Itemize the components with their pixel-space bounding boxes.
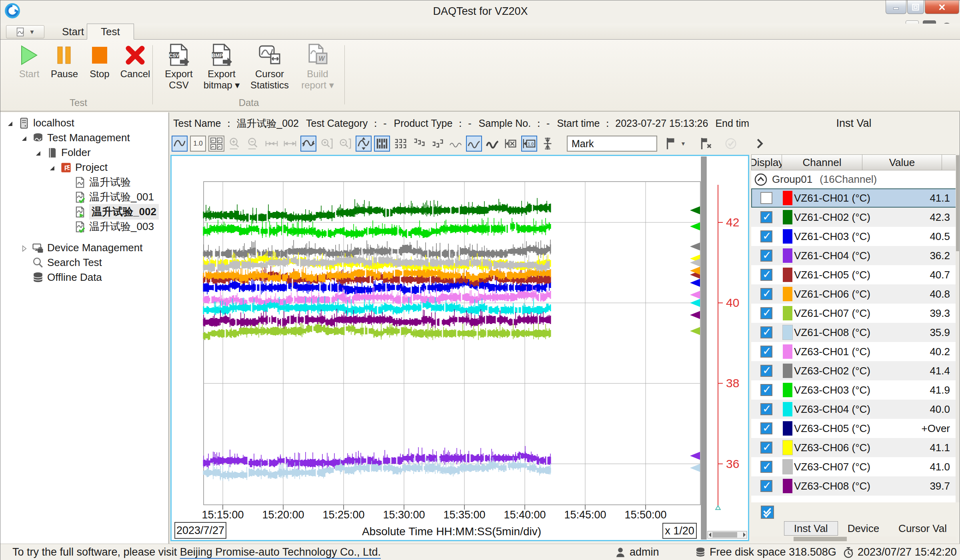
panel-tab-device[interactable]: Device bbox=[838, 521, 889, 536]
cancel-button[interactable]: Cancel bbox=[113, 43, 157, 80]
navigation-tree: localhostTest ManagementFolderPProject温升… bbox=[0, 112, 169, 544]
display-checkbox[interactable] bbox=[760, 384, 772, 396]
wavesm-icon[interactable] bbox=[466, 136, 482, 152]
flagx-icon[interactable] bbox=[697, 136, 713, 152]
tree-item-offline-data[interactable]: Offline Data bbox=[0, 270, 168, 285]
wavethin-icon[interactable] bbox=[448, 136, 464, 152]
check-all-checkbox[interactable] bbox=[761, 506, 774, 519]
bars1-icon[interactable] bbox=[374, 136, 390, 152]
column-header-extra[interactable] bbox=[942, 154, 956, 170]
column-header-display[interactable]: Display bbox=[751, 154, 782, 170]
display-checkbox[interactable] bbox=[760, 403, 772, 415]
channel-row-vz61-ch03[interactable]: VZ61-CH03 (°C)40.5 bbox=[751, 227, 956, 246]
tree-item-folder[interactable]: Folder bbox=[0, 145, 168, 160]
display-checkbox[interactable] bbox=[760, 461, 772, 473]
expander-icon[interactable] bbox=[34, 148, 43, 157]
tree-item-search-test[interactable]: Search Test bbox=[0, 255, 168, 270]
column-header-value[interactable]: Value bbox=[862, 154, 942, 170]
column-header-channel[interactable]: Channel bbox=[782, 154, 862, 170]
wavein-icon[interactable] bbox=[300, 136, 316, 152]
channel-row-vz63-ch01[interactable]: VZ63-CH01 (°C)40.2 bbox=[751, 342, 956, 361]
mark-input[interactable] bbox=[567, 136, 657, 152]
panes-icon[interactable] bbox=[208, 136, 224, 152]
channel-row-vz63-ch04[interactable]: VZ63-CH04 (°C)40.0 bbox=[751, 400, 956, 419]
display-checkbox[interactable] bbox=[760, 211, 772, 223]
display-checkbox[interactable] bbox=[760, 288, 772, 300]
expander-icon[interactable] bbox=[6, 119, 15, 128]
quick-access-button[interactable]: ▼ bbox=[6, 25, 44, 38]
tree-item-温升试验_001[interactable]: 温升试验_001 bbox=[0, 190, 168, 204]
display-checkbox[interactable] bbox=[760, 442, 772, 454]
minimize-button[interactable] bbox=[886, 0, 906, 14]
vcenter-icon[interactable] bbox=[540, 136, 556, 152]
display-checkbox[interactable] bbox=[760, 346, 772, 358]
one0-icon[interactable]: 1.0 bbox=[190, 136, 206, 152]
display-checkbox[interactable] bbox=[760, 192, 772, 204]
chevron-icon[interactable] bbox=[752, 136, 768, 152]
channel-row-vz63-ch03[interactable]: VZ63-CH03 (°C)41.9 bbox=[751, 380, 956, 400]
group-header-row[interactable]: Group01 (16Channel) bbox=[751, 170, 956, 188]
channel-value: +Over bbox=[880, 422, 956, 435]
channel-row-vz61-ch08[interactable]: VZ61-CH08 (°C)35.9 bbox=[751, 323, 956, 342]
display-checkbox[interactable] bbox=[760, 269, 772, 281]
channel-row-vz61-ch01[interactable]: VZ61-CH01 (°C)41.1 bbox=[751, 188, 956, 208]
zoomout-icon bbox=[245, 136, 261, 152]
caret-down-icon[interactable]: ▼ bbox=[680, 140, 686, 147]
channel-row-vz63-ch08[interactable]: VZ63-CH08 (°C)39.7 bbox=[751, 476, 956, 496]
svg-text:x 1/20: x 1/20 bbox=[665, 525, 694, 537]
channel-row-vz63-ch06[interactable]: VZ63-CH06 (°C)41.1 bbox=[751, 438, 956, 457]
wave-icon[interactable] bbox=[172, 136, 188, 152]
table-horizontal-scrollbar[interactable] bbox=[751, 536, 956, 542]
onebox-icon[interactable]: 1.0 bbox=[521, 136, 537, 152]
tree-item-device-management[interactable]: Device Management bbox=[0, 240, 168, 255]
display-checkbox[interactable] bbox=[760, 365, 772, 377]
channel-color-swatch bbox=[783, 440, 792, 455]
channel-row-vz63-ch05[interactable]: VZ63-CH05 (°C)+Over bbox=[751, 419, 956, 438]
display-checkbox[interactable] bbox=[760, 326, 772, 338]
display-checkbox[interactable] bbox=[760, 307, 772, 319]
panel-tab-inst-val[interactable]: Inst Val bbox=[784, 521, 838, 536]
flag-icon[interactable] bbox=[663, 136, 679, 152]
tree-item-project[interactable]: PProject bbox=[0, 160, 168, 175]
export-button[interactable]: BMPExport bitmap ▾ bbox=[200, 43, 244, 91]
channel-row-vz63-ch02[interactable]: VZ63-CH02 (°C)41.4 bbox=[751, 361, 956, 380]
panel-tab-cursor-val[interactable]: Cursor Val bbox=[889, 521, 956, 536]
display-checkbox[interactable] bbox=[760, 230, 772, 242]
tab-test[interactable]: Test bbox=[87, 24, 134, 40]
channel-name: VZ61-CH03 (°C) bbox=[794, 230, 880, 243]
display-checkbox[interactable] bbox=[760, 422, 772, 434]
tree-item-localhost[interactable]: localhost bbox=[0, 116, 168, 130]
xbox-icon[interactable] bbox=[503, 136, 519, 152]
wavev-icon[interactable] bbox=[356, 136, 372, 152]
wavebold-icon[interactable] bbox=[484, 136, 500, 152]
tree-item-test-management[interactable]: Test Management bbox=[0, 130, 168, 145]
expander-icon[interactable] bbox=[20, 244, 29, 252]
tree-item-温升试验_003[interactable]: 温升试验_003 bbox=[0, 219, 168, 234]
cursor-button[interactable]: Cursor Statistics bbox=[248, 43, 292, 91]
vendor-link[interactable]: Beijing Promise-auto Technology Co., Ltd… bbox=[180, 546, 381, 558]
channel-row-vz61-ch04[interactable]: VZ61-CH04 (°C)36.2 bbox=[751, 246, 956, 265]
channel-row-vz61-ch07[interactable]: VZ61-CH07 (°C)39.3 bbox=[751, 304, 956, 323]
tree-item-温升试验[interactable]: 温升试验 bbox=[0, 175, 168, 190]
table-vertical-scrollbar[interactable] bbox=[956, 154, 960, 502]
channel-row-vz61-ch05[interactable]: VZ61-CH05 (°C)40.7 bbox=[751, 265, 956, 284]
expander-icon[interactable] bbox=[20, 134, 29, 142]
collapse-icon[interactable] bbox=[754, 172, 768, 187]
export-button[interactable]: CSVExport CSV bbox=[157, 43, 201, 91]
bars4-icon[interactable] bbox=[429, 136, 445, 152]
chart-canvas[interactable]: 4240383615:15:0015:20:0015:25:0015:30:00… bbox=[172, 156, 748, 540]
channel-row-vz61-ch06[interactable]: VZ61-CH06 (°C)40.8 bbox=[751, 284, 956, 304]
bars3-icon[interactable] bbox=[411, 136, 427, 152]
close-button[interactable] bbox=[925, 0, 959, 14]
tree-item-温升试验_002[interactable]: 温升试验_002 bbox=[0, 204, 168, 219]
display-checkbox[interactable] bbox=[760, 480, 772, 492]
bars2-icon[interactable] bbox=[392, 136, 408, 152]
display-checkbox[interactable] bbox=[760, 250, 772, 262]
channel-row-vz61-ch02[interactable]: VZ61-CH02 (°C)42.3 bbox=[751, 208, 956, 227]
maximize-button[interactable] bbox=[907, 0, 924, 14]
group-label: Test bbox=[4, 97, 152, 108]
channel-row-vz63-ch07[interactable]: VZ63-CH07 (°C)41.0 bbox=[751, 457, 956, 476]
expander-icon[interactable] bbox=[48, 163, 57, 172]
channel-color-swatch bbox=[783, 421, 792, 436]
trend-chart[interactable]: 4240383615:15:0015:20:0015:25:0015:30:00… bbox=[170, 155, 749, 541]
